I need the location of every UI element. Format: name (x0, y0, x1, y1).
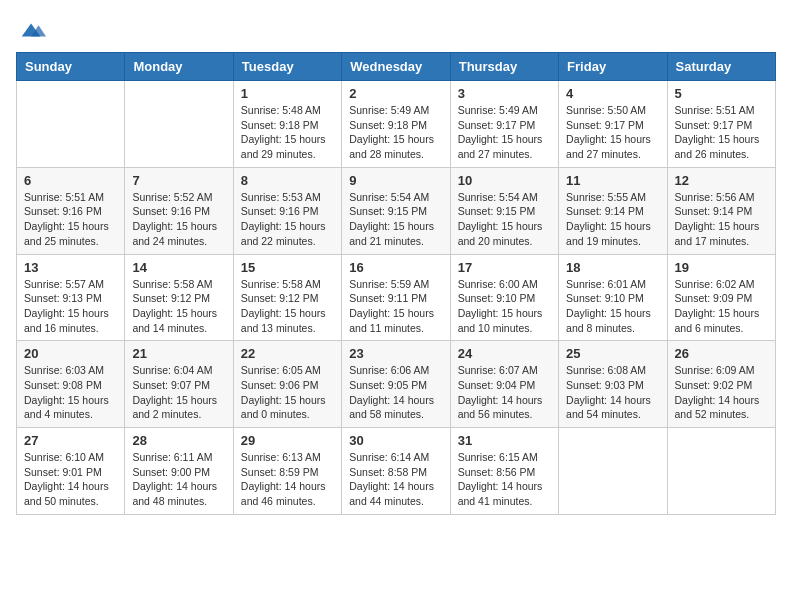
day-info: Sunrise: 5:49 AM Sunset: 9:18 PM Dayligh… (349, 103, 442, 162)
logo (16, 16, 46, 40)
day-info: Sunrise: 6:14 AM Sunset: 8:58 PM Dayligh… (349, 450, 442, 509)
logo-text (16, 16, 46, 40)
day-cell: 6Sunrise: 5:51 AM Sunset: 9:16 PM Daylig… (17, 167, 125, 254)
day-info: Sunrise: 5:51 AM Sunset: 9:17 PM Dayligh… (675, 103, 768, 162)
day-cell: 3Sunrise: 5:49 AM Sunset: 9:17 PM Daylig… (450, 81, 558, 168)
day-cell: 18Sunrise: 6:01 AM Sunset: 9:10 PM Dayli… (559, 254, 667, 341)
day-cell: 15Sunrise: 5:58 AM Sunset: 9:12 PM Dayli… (233, 254, 341, 341)
week-row-4: 20Sunrise: 6:03 AM Sunset: 9:08 PM Dayli… (17, 341, 776, 428)
day-cell: 11Sunrise: 5:55 AM Sunset: 9:14 PM Dayli… (559, 167, 667, 254)
day-info: Sunrise: 5:58 AM Sunset: 9:12 PM Dayligh… (132, 277, 225, 336)
day-info: Sunrise: 5:51 AM Sunset: 9:16 PM Dayligh… (24, 190, 117, 249)
day-cell: 22Sunrise: 6:05 AM Sunset: 9:06 PM Dayli… (233, 341, 341, 428)
day-cell: 5Sunrise: 5:51 AM Sunset: 9:17 PM Daylig… (667, 81, 775, 168)
week-row-5: 27Sunrise: 6:10 AM Sunset: 9:01 PM Dayli… (17, 428, 776, 515)
day-number: 21 (132, 346, 225, 361)
day-number: 10 (458, 173, 551, 188)
day-cell: 21Sunrise: 6:04 AM Sunset: 9:07 PM Dayli… (125, 341, 233, 428)
day-info: Sunrise: 5:54 AM Sunset: 9:15 PM Dayligh… (349, 190, 442, 249)
day-info: Sunrise: 5:49 AM Sunset: 9:17 PM Dayligh… (458, 103, 551, 162)
day-cell: 19Sunrise: 6:02 AM Sunset: 9:09 PM Dayli… (667, 254, 775, 341)
day-number: 19 (675, 260, 768, 275)
day-info: Sunrise: 6:06 AM Sunset: 9:05 PM Dayligh… (349, 363, 442, 422)
day-cell (667, 428, 775, 515)
day-cell (17, 81, 125, 168)
day-info: Sunrise: 6:09 AM Sunset: 9:02 PM Dayligh… (675, 363, 768, 422)
day-cell (125, 81, 233, 168)
day-number: 7 (132, 173, 225, 188)
day-cell: 20Sunrise: 6:03 AM Sunset: 9:08 PM Dayli… (17, 341, 125, 428)
day-number: 16 (349, 260, 442, 275)
day-number: 18 (566, 260, 659, 275)
col-header-tuesday: Tuesday (233, 53, 341, 81)
day-number: 5 (675, 86, 768, 101)
day-cell: 8Sunrise: 5:53 AM Sunset: 9:16 PM Daylig… (233, 167, 341, 254)
day-number: 24 (458, 346, 551, 361)
day-info: Sunrise: 5:50 AM Sunset: 9:17 PM Dayligh… (566, 103, 659, 162)
day-cell: 16Sunrise: 5:59 AM Sunset: 9:11 PM Dayli… (342, 254, 450, 341)
day-info: Sunrise: 5:53 AM Sunset: 9:16 PM Dayligh… (241, 190, 334, 249)
day-number: 4 (566, 86, 659, 101)
day-info: Sunrise: 5:56 AM Sunset: 9:14 PM Dayligh… (675, 190, 768, 249)
day-info: Sunrise: 6:07 AM Sunset: 9:04 PM Dayligh… (458, 363, 551, 422)
day-info: Sunrise: 6:08 AM Sunset: 9:03 PM Dayligh… (566, 363, 659, 422)
day-number: 3 (458, 86, 551, 101)
week-row-2: 6Sunrise: 5:51 AM Sunset: 9:16 PM Daylig… (17, 167, 776, 254)
day-info: Sunrise: 6:01 AM Sunset: 9:10 PM Dayligh… (566, 277, 659, 336)
col-header-sunday: Sunday (17, 53, 125, 81)
day-info: Sunrise: 6:10 AM Sunset: 9:01 PM Dayligh… (24, 450, 117, 509)
day-cell: 29Sunrise: 6:13 AM Sunset: 8:59 PM Dayli… (233, 428, 341, 515)
day-number: 17 (458, 260, 551, 275)
col-header-wednesday: Wednesday (342, 53, 450, 81)
day-info: Sunrise: 6:15 AM Sunset: 8:56 PM Dayligh… (458, 450, 551, 509)
day-number: 8 (241, 173, 334, 188)
col-header-saturday: Saturday (667, 53, 775, 81)
day-number: 26 (675, 346, 768, 361)
day-info: Sunrise: 6:11 AM Sunset: 9:00 PM Dayligh… (132, 450, 225, 509)
day-number: 29 (241, 433, 334, 448)
day-info: Sunrise: 5:52 AM Sunset: 9:16 PM Dayligh… (132, 190, 225, 249)
day-info: Sunrise: 6:04 AM Sunset: 9:07 PM Dayligh… (132, 363, 225, 422)
day-info: Sunrise: 6:13 AM Sunset: 8:59 PM Dayligh… (241, 450, 334, 509)
day-cell: 30Sunrise: 6:14 AM Sunset: 8:58 PM Dayli… (342, 428, 450, 515)
col-header-thursday: Thursday (450, 53, 558, 81)
day-cell: 12Sunrise: 5:56 AM Sunset: 9:14 PM Dayli… (667, 167, 775, 254)
calendar-header-row: SundayMondayTuesdayWednesdayThursdayFrid… (17, 53, 776, 81)
day-cell: 4Sunrise: 5:50 AM Sunset: 9:17 PM Daylig… (559, 81, 667, 168)
day-cell: 2Sunrise: 5:49 AM Sunset: 9:18 PM Daylig… (342, 81, 450, 168)
page-header (16, 16, 776, 40)
day-number: 31 (458, 433, 551, 448)
day-cell: 13Sunrise: 5:57 AM Sunset: 9:13 PM Dayli… (17, 254, 125, 341)
day-info: Sunrise: 6:05 AM Sunset: 9:06 PM Dayligh… (241, 363, 334, 422)
day-cell: 26Sunrise: 6:09 AM Sunset: 9:02 PM Dayli… (667, 341, 775, 428)
day-info: Sunrise: 6:02 AM Sunset: 9:09 PM Dayligh… (675, 277, 768, 336)
day-number: 30 (349, 433, 442, 448)
week-row-3: 13Sunrise: 5:57 AM Sunset: 9:13 PM Dayli… (17, 254, 776, 341)
day-info: Sunrise: 6:00 AM Sunset: 9:10 PM Dayligh… (458, 277, 551, 336)
day-info: Sunrise: 5:54 AM Sunset: 9:15 PM Dayligh… (458, 190, 551, 249)
calendar-table: SundayMondayTuesdayWednesdayThursdayFrid… (16, 52, 776, 515)
logo-icon (18, 16, 46, 44)
day-info: Sunrise: 5:48 AM Sunset: 9:18 PM Dayligh… (241, 103, 334, 162)
day-number: 23 (349, 346, 442, 361)
day-info: Sunrise: 5:57 AM Sunset: 9:13 PM Dayligh… (24, 277, 117, 336)
day-cell: 25Sunrise: 6:08 AM Sunset: 9:03 PM Dayli… (559, 341, 667, 428)
day-cell: 27Sunrise: 6:10 AM Sunset: 9:01 PM Dayli… (17, 428, 125, 515)
day-number: 15 (241, 260, 334, 275)
day-number: 14 (132, 260, 225, 275)
day-cell: 28Sunrise: 6:11 AM Sunset: 9:00 PM Dayli… (125, 428, 233, 515)
day-number: 11 (566, 173, 659, 188)
day-number: 6 (24, 173, 117, 188)
day-cell (559, 428, 667, 515)
col-header-friday: Friday (559, 53, 667, 81)
day-number: 25 (566, 346, 659, 361)
day-number: 13 (24, 260, 117, 275)
day-number: 28 (132, 433, 225, 448)
day-number: 1 (241, 86, 334, 101)
day-cell: 23Sunrise: 6:06 AM Sunset: 9:05 PM Dayli… (342, 341, 450, 428)
day-cell: 14Sunrise: 5:58 AM Sunset: 9:12 PM Dayli… (125, 254, 233, 341)
day-info: Sunrise: 5:59 AM Sunset: 9:11 PM Dayligh… (349, 277, 442, 336)
day-info: Sunrise: 5:58 AM Sunset: 9:12 PM Dayligh… (241, 277, 334, 336)
day-number: 20 (24, 346, 117, 361)
day-info: Sunrise: 6:03 AM Sunset: 9:08 PM Dayligh… (24, 363, 117, 422)
